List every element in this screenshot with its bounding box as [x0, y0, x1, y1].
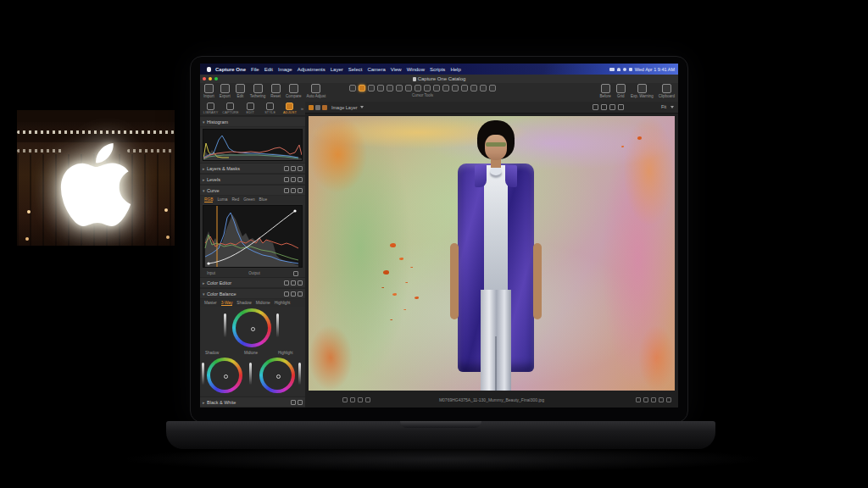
chevron-down-icon[interactable]	[360, 106, 364, 108]
reset-icon[interactable]	[291, 188, 296, 193]
manage-icon[interactable]	[298, 166, 303, 171]
menu-file[interactable]: File	[251, 67, 259, 72]
curve-tab-rgb[interactable]: RGB	[204, 197, 213, 202]
menu-layer[interactable]: Layer	[331, 67, 343, 72]
highlight-light-slider[interactable]	[298, 363, 301, 385]
wheel-handle[interactable]	[276, 374, 281, 379]
gradient-mask-tool-icon[interactable]	[452, 85, 459, 92]
curve-pen-icon[interactable]	[293, 271, 298, 276]
import-button[interactable]: Import	[203, 84, 214, 98]
saturation-slider[interactable]	[224, 313, 226, 337]
black-white-header[interactable]: ▸ Black & White	[200, 396, 305, 408]
select-tool-icon[interactable]	[349, 85, 356, 92]
color-tag-icon[interactable]	[309, 105, 314, 110]
menu-window[interactable]: Window	[407, 67, 425, 72]
color-balance-header[interactable]: ▾ Color Balance	[200, 288, 305, 299]
brush-icon[interactable]	[284, 188, 289, 193]
cb-tab-midtone[interactable]: Midtone	[256, 301, 270, 305]
menubar-clock[interactable]: Wed Apr 1 9:41 AM	[635, 67, 675, 72]
apple-menu-icon[interactable]	[207, 67, 211, 72]
grid-button[interactable]: Grid	[616, 84, 626, 98]
layers-masks-header[interactable]: ▸ Layers & Masks	[200, 163, 305, 174]
keystone-tool-icon[interactable]	[396, 85, 403, 92]
wheel-handle[interactable]	[224, 374, 228, 379]
zoom-control[interactable]: Fit	[661, 104, 674, 109]
search-icon[interactable]	[623, 68, 626, 71]
crop-tool-icon[interactable]	[377, 85, 384, 92]
clone-tool-icon[interactable]	[424, 85, 431, 92]
tab-style[interactable]: STYLE	[261, 103, 279, 114]
shadow-light-slider[interactable]	[249, 363, 252, 385]
shadow-sat-slider[interactable]	[202, 363, 204, 385]
curve-graph[interactable]	[203, 205, 303, 268]
wifi-icon[interactable]	[617, 68, 620, 71]
reset-button[interactable]: Reset	[270, 84, 281, 98]
curve-tab-luma[interactable]: Luma	[217, 197, 227, 202]
wheel-handle[interactable]	[251, 327, 255, 331]
heal-tool-icon[interactable]	[415, 85, 421, 92]
manage-icon[interactable]	[298, 280, 303, 286]
cb-tab-shadow[interactable]: Shadow	[236, 301, 251, 305]
highlight-color-wheel[interactable]	[259, 358, 295, 393]
menu-scripts[interactable]: Scripts	[430, 67, 445, 72]
midtone-color-wheel[interactable]	[232, 308, 271, 347]
tab-adjust[interactable]: ADJUST	[281, 103, 298, 114]
shadow-color-wheel[interactable]	[207, 358, 242, 393]
reset-icon[interactable]	[298, 400, 303, 405]
levels-header[interactable]: ▸ Levels	[200, 174, 305, 185]
brush-icon[interactable]	[291, 400, 296, 405]
menu-edit[interactable]: Edit	[264, 67, 273, 72]
picker-tool-icon[interactable]	[470, 85, 477, 92]
tab-edit[interactable]: EDIT	[242, 103, 259, 114]
menu-camera[interactable]: Camera	[367, 67, 385, 72]
menu-view[interactable]: View	[391, 67, 402, 72]
brush-icon[interactable]	[284, 177, 289, 182]
variant-icon[interactable]	[322, 105, 327, 110]
curve-tab-green[interactable]: Green	[243, 197, 254, 202]
photo-canvas[interactable]	[309, 116, 675, 391]
manage-icon[interactable]	[298, 291, 303, 297]
brush-icon[interactable]	[284, 166, 289, 171]
compare-button[interactable]: Compare	[286, 84, 302, 98]
tab-library[interactable]: LIBRARY	[202, 103, 220, 114]
proof-icon[interactable]	[609, 104, 615, 110]
menu-image[interactable]: Image	[278, 67, 292, 72]
focus-mask-icon[interactable]	[618, 104, 624, 110]
manage-icon[interactable]	[298, 177, 303, 182]
brush-icon[interactable]	[284, 291, 289, 297]
lightness-slider[interactable]	[276, 313, 279, 337]
tethering-button[interactable]: Tethering	[250, 84, 266, 98]
exposure-warning-button[interactable]: Exp. Warning	[631, 84, 654, 98]
erase-mask-tool-icon[interactable]	[442, 85, 449, 92]
cb-tab-highlight[interactable]: Highlight	[275, 301, 291, 305]
chevron-down-icon[interactable]	[670, 106, 674, 108]
more-tabs-chevron-icon[interactable]: »	[301, 106, 303, 111]
annotate-tool-icon[interactable]	[480, 85, 487, 92]
zoom-level[interactable]: Fit	[661, 104, 666, 109]
eraser-tool-icon[interactable]	[489, 85, 496, 92]
control-center-icon[interactable]	[629, 68, 632, 71]
reset-icon[interactable]	[291, 166, 296, 171]
menu-adjustments[interactable]: Adjustments	[298, 67, 326, 72]
rotate-tool-icon[interactable]	[387, 85, 393, 92]
histogram-header[interactable]: ▾ Histogram	[200, 116, 305, 127]
clipboard-button[interactable]: Clipboard	[659, 84, 675, 98]
reset-icon[interactable]	[291, 280, 296, 286]
cb-tab-master[interactable]: Master	[204, 301, 217, 305]
curve-header[interactable]: ▾ Curve	[200, 185, 305, 196]
before-after-button[interactable]: Before	[600, 84, 611, 98]
draw-mask-tool-icon[interactable]	[433, 85, 440, 92]
menu-app-name[interactable]: Capture One	[215, 67, 246, 72]
radial-mask-tool-icon[interactable]	[461, 85, 468, 92]
multi-view-icon[interactable]	[601, 104, 607, 110]
menu-select[interactable]: Select	[348, 67, 363, 72]
reset-icon[interactable]	[291, 177, 296, 182]
zoom-tool-icon[interactable]	[368, 85, 375, 92]
brush-icon[interactable]	[284, 280, 289, 286]
edit-button[interactable]: Edit	[236, 84, 245, 98]
cb-tab-3way[interactable]: 3-Way	[221, 301, 233, 306]
tab-capture[interactable]: CAPTURE	[221, 103, 239, 114]
pan-tool-icon[interactable]	[359, 85, 365, 92]
export-button[interactable]: Export	[220, 84, 231, 98]
menu-help[interactable]: Help	[450, 67, 460, 72]
